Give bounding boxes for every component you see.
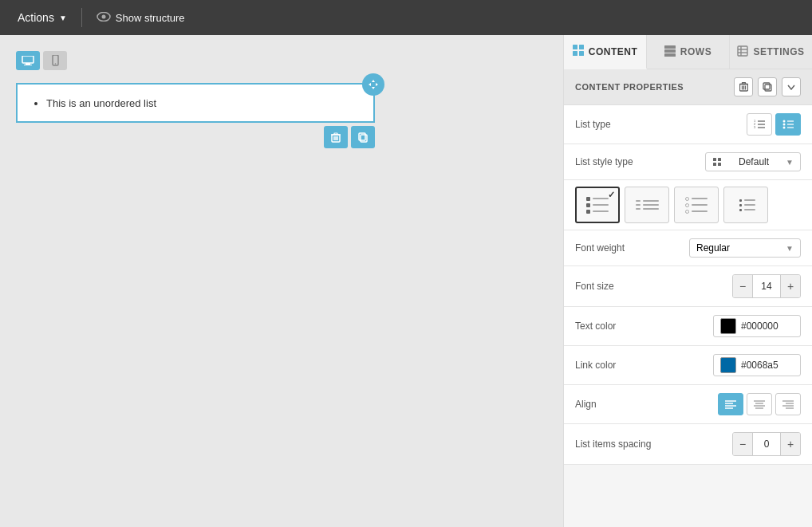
- dropdown-arrow-icon: ▼: [786, 158, 794, 167]
- right-panel: CONTENT ROWS: [563, 35, 812, 527]
- svg-rect-49: [718, 163, 721, 166]
- font-size-label: Font size: [575, 281, 614, 292]
- content-block-wrapper: This is an unordered list: [16, 83, 375, 148]
- align-center-button[interactable]: [747, 393, 772, 415]
- eye-icon: [97, 11, 111, 24]
- svg-rect-22: [738, 46, 747, 56]
- delete-section-button[interactable]: [734, 77, 753, 96]
- font-weight-dropdown[interactable]: Regular ▼: [689, 238, 801, 258]
- font-weight-label: Font weight: [575, 242, 625, 254]
- tab-rows[interactable]: ROWS: [647, 35, 730, 69]
- toolbar-divider: [81, 8, 82, 27]
- svg-point-1: [101, 15, 105, 19]
- svg-rect-33: [763, 83, 770, 89]
- list-items-spacing-label: List items spacing: [575, 439, 651, 450]
- svg-rect-3: [26, 63, 30, 65]
- font-weight-arrow-icon: ▼: [786, 244, 794, 253]
- collapse-section-button[interactable]: [782, 77, 801, 96]
- style-option-4[interactable]: [723, 187, 768, 223]
- font-size-increase-button[interactable]: +: [781, 275, 800, 297]
- align-control: [718, 393, 801, 415]
- section-title: CONTENT PROPERTIES: [575, 82, 684, 92]
- list-style-type-dropdown[interactable]: Default ▼: [705, 152, 801, 171]
- link-color-label: Link color: [575, 360, 616, 371]
- link-color-swatch[interactable]: #0068a5: [713, 354, 801, 376]
- svg-point-40: [783, 120, 786, 123]
- list-type-control: 1 2 3: [747, 113, 801, 136]
- text-color-value: #000000: [741, 321, 778, 332]
- drag-handle-icon[interactable]: [362, 73, 384, 96]
- list-style-type-value: Default: [739, 156, 769, 167]
- align-left-button[interactable]: [718, 393, 743, 415]
- selected-checkmark: ✓: [608, 190, 615, 200]
- unordered-list-button[interactable]: [775, 113, 801, 136]
- toolbar: Actions ▼ Show structure: [0, 0, 812, 35]
- svg-rect-28: [742, 83, 745, 85]
- svg-rect-19: [664, 45, 676, 49]
- list-style-grid: ✓: [575, 187, 801, 223]
- svg-rect-20: [664, 49, 676, 53]
- main-layout: This is an unordered list: [0, 35, 812, 527]
- svg-rect-48: [718, 158, 721, 161]
- panel-tabs: CONTENT ROWS: [564, 35, 812, 69]
- tab-settings[interactable]: SETTINGS: [730, 35, 812, 69]
- font-weight-row: Font weight Regular ▼: [564, 230, 812, 266]
- tab-settings-label: SETTINGS: [753, 46, 804, 57]
- style-option-1[interactable]: ✓: [575, 187, 620, 223]
- svg-rect-21: [664, 53, 676, 57]
- list-style-type-row: List style type Default ▼: [564, 144, 812, 180]
- svg-point-42: [783, 127, 786, 129]
- content-block[interactable]: This is an unordered list: [16, 83, 375, 123]
- spacing-input[interactable]: [752, 433, 781, 455]
- text-color-swatch[interactable]: #000000: [713, 315, 801, 337]
- copy-section-button[interactable]: [758, 77, 777, 96]
- svg-rect-16: [579, 45, 584, 49]
- rows-icon: [664, 45, 676, 59]
- font-weight-value: Regular: [696, 242, 730, 254]
- device-icons: [16, 51, 547, 70]
- svg-point-6: [54, 63, 56, 65]
- tab-content-label: CONTENT: [589, 46, 638, 57]
- list-type-label: List type: [575, 119, 611, 130]
- show-structure-button[interactable]: Show structure: [89, 6, 193, 29]
- svg-rect-47: [713, 163, 716, 166]
- link-color-value: #0068a5: [741, 360, 778, 371]
- font-size-decrease-button[interactable]: −: [733, 275, 752, 297]
- spacing-decrease-button[interactable]: −: [733, 433, 752, 455]
- svg-rect-4: [24, 65, 32, 65]
- style-option-2[interactable]: [625, 187, 669, 223]
- tab-rows-label: ROWS: [680, 46, 711, 57]
- actions-menu[interactable]: Actions ▼: [10, 6, 75, 29]
- svg-point-41: [783, 124, 786, 126]
- text-color-box: [720, 318, 736, 334]
- svg-rect-32: [765, 85, 771, 91]
- style-option-3[interactable]: [674, 187, 719, 223]
- mobile-device-button[interactable]: [43, 51, 67, 70]
- svg-rect-18: [579, 51, 584, 56]
- svg-rect-17: [573, 51, 577, 56]
- block-actions: [16, 126, 375, 148]
- desktop-device-button[interactable]: [16, 51, 40, 70]
- spacing-increase-button[interactable]: +: [781, 433, 800, 455]
- panel-content: CONTENT PROPERTIES: [564, 69, 812, 527]
- link-color-row: Link color #0068a5: [564, 346, 812, 385]
- copy-block-button[interactable]: [351, 126, 375, 148]
- ordered-list-button[interactable]: 1 2 3: [747, 113, 772, 136]
- settings-icon: [737, 45, 748, 59]
- list-style-type-label: List style type: [575, 156, 633, 167]
- svg-rect-46: [713, 158, 716, 161]
- font-size-input[interactable]: [752, 275, 781, 297]
- svg-text:3: 3: [754, 125, 756, 129]
- link-color-box: [720, 357, 736, 373]
- canvas-area: This is an unordered list: [0, 35, 563, 527]
- align-label: Align: [575, 399, 597, 410]
- svg-rect-15: [573, 45, 577, 49]
- grid-icon: [573, 45, 584, 58]
- svg-rect-2: [22, 56, 34, 63]
- align-right-button[interactable]: [775, 393, 801, 415]
- list-item: This is an unordered list: [46, 97, 156, 109]
- list-items-spacing-row: List items spacing − +: [564, 424, 812, 465]
- delete-block-button[interactable]: [324, 126, 348, 148]
- tab-content[interactable]: CONTENT: [564, 35, 647, 69]
- text-color-row: Text color #000000: [564, 307, 812, 346]
